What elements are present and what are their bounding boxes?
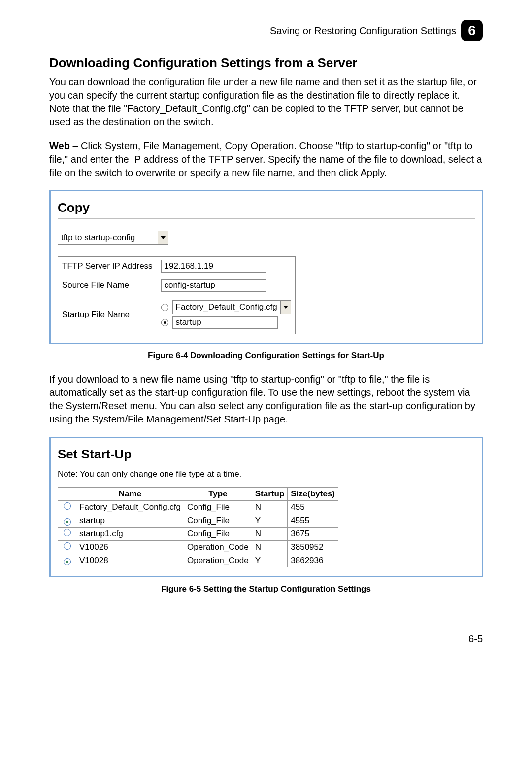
cell-startup: N xyxy=(252,541,288,554)
intro-paragraph: You can download the configuration file … xyxy=(49,75,483,129)
cell-startup: N xyxy=(252,528,288,541)
form-row-source: Source File Name config-startup xyxy=(58,276,296,295)
dropdown-arrow-icon[interactable] xyxy=(158,231,168,244)
web-text: – Click System, File Management, Copy Op… xyxy=(49,141,482,178)
copy-operation-selected: tftp to startup-config xyxy=(58,231,158,244)
set-startup-note: Note: You can only change one file type … xyxy=(58,469,475,479)
copy-panel-title: Copy xyxy=(58,200,475,215)
cell-startup: Y xyxy=(252,514,288,528)
cell-type: Operation_Code xyxy=(184,541,252,554)
startup-radio-text[interactable] xyxy=(161,319,168,326)
cell-size: 3675 xyxy=(288,528,338,541)
cell-name: Factory_Default_Config.cfg xyxy=(76,501,184,514)
table-row: V10026Operation_CodeN3850952 xyxy=(58,541,338,554)
cell-name: V10026 xyxy=(76,541,184,554)
page-number: 6-5 xyxy=(49,633,483,645)
table-row: V10028Operation_CodeY3862936 xyxy=(58,554,338,567)
copy-panel: Copy tftp to startup-config TFTP Server … xyxy=(51,191,482,343)
cell-size: 3850952 xyxy=(288,541,338,554)
section-title: Downloading Configuration Settings from … xyxy=(49,55,483,70)
col-size: Size(bytes) xyxy=(288,488,338,501)
table-row: Factory_Default_Config.cfgConfig_FileN45… xyxy=(58,501,338,514)
copy-form-table: TFTP Server IP Address 192.168.1.19 Sour… xyxy=(58,256,296,334)
row-select-radio[interactable] xyxy=(64,558,71,565)
set-startup-title: Set Start-Up xyxy=(58,447,475,462)
figure-6-5-frame: Set Start-Up Note: You can only change o… xyxy=(49,437,483,577)
startup-files-table: Name Type Startup Size(bytes) Factory_De… xyxy=(58,487,338,567)
table-row: startupConfig_FileY4555 xyxy=(58,514,338,528)
startup-option-dropdown-row: Factory_Default_Config.cfg xyxy=(161,300,291,314)
tftp-ip-label: TFTP Server IP Address xyxy=(58,257,157,276)
cell-name: startup1.cfg xyxy=(76,528,184,541)
mid-paragraph: If you download to a new file name using… xyxy=(49,373,483,426)
cell-startup: Y xyxy=(252,554,288,567)
startup-dropdown[interactable]: Factory_Default_Config.cfg xyxy=(172,300,291,314)
col-select xyxy=(58,488,76,501)
tftp-ip-input[interactable]: 192.168.1.19 xyxy=(161,260,266,273)
cell-type: Config_File xyxy=(184,528,252,541)
web-instructions-paragraph: Web – Click System, File Management, Cop… xyxy=(49,140,483,179)
divider xyxy=(58,218,475,219)
svg-marker-1 xyxy=(283,306,288,309)
web-lead: Web xyxy=(49,141,70,151)
svg-marker-0 xyxy=(161,236,166,239)
cell-name: V10028 xyxy=(76,554,184,567)
source-file-input[interactable]: config-startup xyxy=(161,279,266,292)
form-row-startup: Startup File Name Factory_Default_Config… xyxy=(58,295,296,334)
row-select-radio[interactable] xyxy=(64,542,71,550)
cell-name: startup xyxy=(76,514,184,528)
row-select-radio[interactable] xyxy=(64,502,71,510)
divider xyxy=(58,465,475,465)
startup-text-input[interactable]: startup xyxy=(172,316,278,329)
running-header: Saving or Restoring Configuration Settin… xyxy=(49,20,483,41)
startup-option-text-row: startup xyxy=(161,316,291,329)
form-row-tftp: TFTP Server IP Address 192.168.1.19 xyxy=(58,257,296,276)
col-name: Name xyxy=(76,488,184,501)
col-type: Type xyxy=(184,488,252,501)
startup-dropdown-selected: Factory_Default_Config.cfg xyxy=(173,301,280,314)
cell-size: 4555 xyxy=(288,514,338,528)
chapter-badge: 6 xyxy=(461,20,483,41)
figure-6-4-caption: Figure 6-4 Downloading Configuration Set… xyxy=(49,351,483,361)
table-row: startup1.cfgConfig_FileN3675 xyxy=(58,528,338,541)
col-startup: Startup xyxy=(252,488,288,501)
startup-radio-dropdown[interactable] xyxy=(161,304,168,311)
cell-type: Config_File xyxy=(184,514,252,528)
dropdown-arrow-icon[interactable] xyxy=(280,301,291,314)
figure-6-4-frame: Copy tftp to startup-config TFTP Server … xyxy=(49,190,483,344)
running-title: Saving or Restoring Configuration Settin… xyxy=(270,25,456,36)
cell-size: 455 xyxy=(288,501,338,514)
startup-file-label: Startup File Name xyxy=(58,295,157,334)
cell-type: Operation_Code xyxy=(184,554,252,567)
cell-startup: N xyxy=(252,501,288,514)
source-file-label: Source File Name xyxy=(58,276,157,295)
copy-operation-select[interactable]: tftp to startup-config xyxy=(58,231,168,245)
figure-6-5-caption: Figure 6-5 Setting the Startup Configura… xyxy=(49,584,483,594)
row-select-radio[interactable] xyxy=(64,529,71,536)
set-startup-panel: Set Start-Up Note: You can only change o… xyxy=(51,438,482,576)
table-header-row: Name Type Startup Size(bytes) xyxy=(58,488,338,501)
cell-size: 3862936 xyxy=(288,554,338,567)
cell-type: Config_File xyxy=(184,501,252,514)
row-select-radio[interactable] xyxy=(64,518,71,526)
